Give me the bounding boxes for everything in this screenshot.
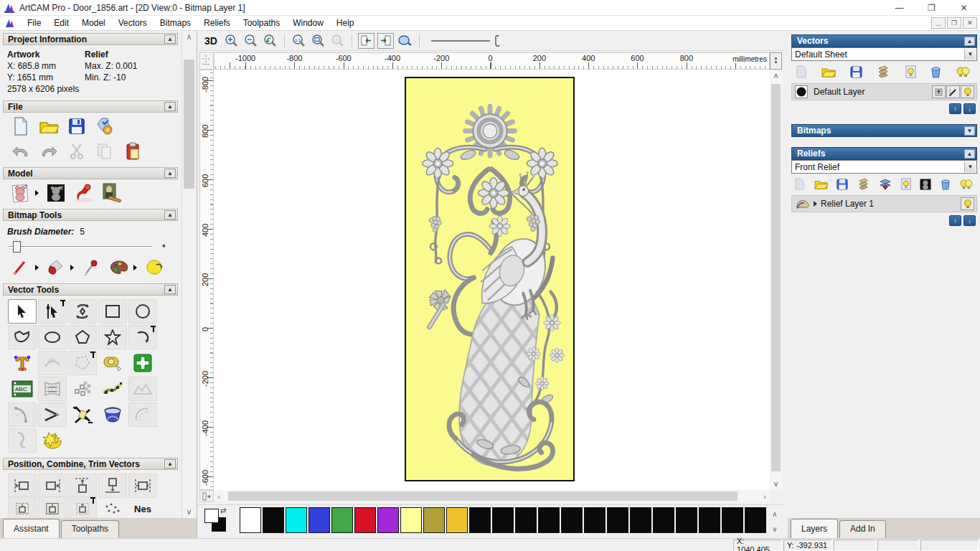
- flyout-arrow[interactable]: [70, 265, 74, 270]
- ruler-toggle-icon[interactable]: [199, 490, 214, 502]
- create-text-button[interactable]: [8, 351, 37, 375]
- menu-item[interactable]: File: [21, 17, 47, 29]
- close-button[interactable]: ✕: [948, 0, 980, 16]
- text-block-button[interactable]: ABC: [8, 377, 37, 401]
- cut-button[interactable]: [66, 141, 88, 161]
- expand-arrow-icon[interactable]: [814, 201, 817, 207]
- create-star-button[interactable]: [98, 325, 127, 349]
- trim-vectors-button[interactable]: [68, 402, 97, 427]
- collapse-button[interactable]: ▲: [164, 285, 176, 294]
- colour-swatch[interactable]: [745, 507, 766, 533]
- menu-item[interactable]: Help: [330, 17, 361, 29]
- colour-swatch[interactable]: [331, 507, 353, 533]
- relief-layer-row[interactable]: + Relief Layer 1: [791, 195, 977, 212]
- nudge-button[interactable]: [68, 496, 97, 518]
- scroll-up-arrow[interactable]: ∧: [182, 31, 196, 43]
- layer-colour-chip[interactable]: [795, 85, 808, 98]
- fillet-tool-button[interactable]: [8, 402, 37, 427]
- colour-swatch[interactable]: [515, 507, 537, 533]
- move-layer-up-button[interactable]: ↑: [949, 215, 961, 226]
- colour-swatch[interactable]: [699, 507, 720, 533]
- expand-button[interactable]: ▼: [964, 126, 975, 136]
- toggle-snap-right-button[interactable]: [377, 33, 394, 49]
- vector-sheet-select[interactable]: Default Sheet ▼: [791, 47, 977, 61]
- create-polygon-button[interactable]: [68, 325, 97, 349]
- tab-layers[interactable]: Layers: [791, 519, 838, 538]
- menu-item[interactable]: Reliefs: [197, 17, 237, 29]
- minimize-button[interactable]: —: [883, 0, 915, 16]
- block-copy-button[interactable]: [68, 377, 97, 401]
- menu-item[interactable]: Toolpaths: [237, 17, 286, 29]
- collapse-button[interactable]: ▲: [164, 210, 176, 220]
- colour-swatch[interactable]: [308, 507, 330, 533]
- align-left-button[interactable]: [8, 474, 37, 498]
- scroll-down-arrow[interactable]: ∨: [770, 478, 782, 490]
- colour-swatch[interactable]: [354, 507, 376, 533]
- colour-swatch[interactable]: [377, 507, 399, 533]
- preview-magnifier-icon[interactable]: [397, 33, 413, 49]
- colour-swatch[interactable]: [469, 507, 491, 533]
- toggle-layer-visibility-button[interactable]: [905, 65, 916, 78]
- mdi-close-button[interactable]: ✕: [963, 17, 977, 29]
- merge-layers-button[interactable]: [877, 65, 890, 78]
- scrollbar-thumb[interactable]: [771, 84, 781, 471]
- select-vectors-button[interactable]: [8, 299, 37, 324]
- create-arc-button[interactable]: [128, 325, 157, 349]
- new-relief-layer-button[interactable]: [794, 178, 805, 190]
- canvas-vertical-scrollbar[interactable]: ∧ ∨: [770, 70, 782, 490]
- flyout-arrow[interactable]: [133, 265, 137, 270]
- delete-layer-button[interactable]: [930, 66, 941, 78]
- chevron-down-icon[interactable]: ▼: [964, 161, 976, 172]
- layer-visibility-bulb-button[interactable]: [961, 85, 974, 98]
- show-all-relief-layers-button[interactable]: [959, 178, 973, 190]
- brush-diameter-slider[interactable]: ✦: [9, 240, 172, 254]
- redo-button[interactable]: [38, 141, 60, 161]
- open-model-button[interactable]: [38, 116, 60, 136]
- section-profile-button[interactable]: [8, 428, 37, 453]
- menu-item[interactable]: Vectors: [112, 17, 154, 29]
- save-vector-layer-button[interactable]: [850, 66, 862, 78]
- menu-item[interactable]: Model: [75, 17, 112, 29]
- collapse-button[interactable]: ▲: [964, 37, 975, 46]
- scatter-copies-button[interactable]: [98, 496, 127, 518]
- layer-edit-button[interactable]: [946, 85, 960, 98]
- interactive-distortion-button[interactable]: [98, 402, 127, 427]
- measure-tool-button[interactable]: [98, 351, 127, 375]
- open-relief-layer-button[interactable]: [814, 179, 828, 189]
- canvas-viewport[interactable]: .scr{stroke:#929292;stroke-width:7;fill:…: [214, 70, 770, 490]
- colour-swatch[interactable]: [492, 507, 514, 533]
- greyscale-preview-button[interactable]: [920, 179, 931, 190]
- door-panel-artwork[interactable]: .scr{stroke:#929292;stroke-width:7;fill:…: [405, 77, 575, 481]
- tab-assistant[interactable]: Assistant: [3, 519, 60, 538]
- colour-swatch[interactable]: [446, 507, 468, 533]
- move-layer-down-button[interactable]: ↓: [963, 103, 976, 114]
- nesting-button[interactable]: Nes: [128, 496, 157, 518]
- envelope-distort-button[interactable]: [38, 377, 67, 401]
- palette-scroll-up[interactable]: ∧: [769, 507, 781, 520]
- paste-replicate-button[interactable]: [128, 351, 157, 375]
- centre-in-model-button[interactable]: [38, 496, 67, 518]
- paste-button[interactable]: [122, 141, 143, 161]
- slider-handle[interactable]: [13, 241, 21, 253]
- primary-secondary-colours[interactable]: ⇄: [204, 509, 229, 534]
- colour-swatch[interactable]: [240, 507, 261, 533]
- colour-swatch[interactable]: [676, 507, 697, 533]
- text-on-curve-button[interactable]: ab: [38, 351, 67, 375]
- colour-swatch[interactable]: [630, 507, 651, 533]
- relief-visibility-bulb-button[interactable]: [961, 197, 974, 210]
- collapse-button[interactable]: ▲: [164, 169, 176, 178]
- colour-swatch[interactable]: [263, 507, 284, 533]
- scrollbar-thumb[interactable]: [184, 60, 194, 189]
- chevron-down-icon[interactable]: ▼: [964, 49, 976, 60]
- palette-scroll-down[interactable]: ∨: [769, 522, 781, 535]
- node-editing-button[interactable]: [38, 299, 67, 324]
- move-layer-up-button[interactable]: ↑: [949, 103, 961, 114]
- collapse-button[interactable]: ▲: [164, 102, 176, 111]
- greyscale-model-button[interactable]: T: [45, 183, 67, 203]
- colour-swatch[interactable]: [400, 507, 422, 533]
- collapse-button[interactable]: ▲: [164, 34, 176, 44]
- create-ellipse-button[interactable]: [38, 325, 67, 349]
- fit-vectors-to-relief-button[interactable]: [128, 377, 157, 401]
- colour-picker-button[interactable]: [80, 258, 102, 278]
- transform-vectors-button[interactable]: [68, 299, 97, 324]
